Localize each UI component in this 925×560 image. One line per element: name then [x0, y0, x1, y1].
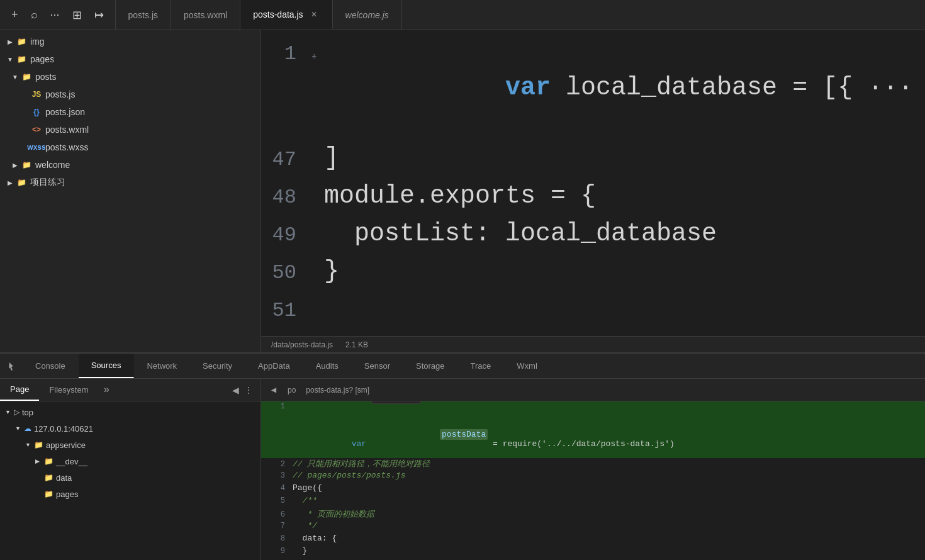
highlighted-var-postsdata: postsData	[440, 429, 488, 440]
file-path: /data/posts-data.js	[271, 340, 333, 349]
tab-network-label: Network	[147, 361, 177, 371]
src-tab-page-label: Page	[10, 384, 29, 394]
tree-label-posts: posts	[35, 72, 56, 82]
editor-status-bar: /data/posts-data.js 2.1 KB	[261, 336, 925, 352]
devtools-cursor-icon[interactable]	[3, 356, 23, 376]
src-code-line-3: 3 // pages/posts/posts.js	[261, 471, 925, 483]
tree-item-img[interactable]: ▶ 📁 img	[0, 33, 261, 50]
src-code-line-6: 6 * 页面的初始数据	[261, 508, 925, 521]
sources-panel-content: Page Filesystem » ◀ ⋮ ▼ ▷ top	[0, 379, 925, 560]
tree-item-posts-js[interactable]: JS posts.js	[0, 86, 261, 103]
line-expand-1[interactable]: +	[311, 52, 324, 62]
tree-label-posts-json: posts.json	[45, 107, 85, 117]
src-code-line-9: 9 }	[261, 546, 925, 559]
tree-item-posts[interactable]: ▼ 📁 posts	[0, 68, 261, 86]
line-expand-47	[311, 157, 324, 167]
src-code-line-2: 2 // 只能用相对路径，不能用绝对路径	[261, 458, 925, 471]
breadcrumb-label-posts-data: posts-data.js? [sm]	[306, 386, 369, 395]
src-tree-top[interactable]: ▼ ▷ top	[0, 404, 261, 420]
src-line-code-3: // pages/posts/posts.js	[293, 471, 405, 480]
src-nav-prev[interactable]: ◀	[230, 383, 242, 398]
tree-spacer-posts-json	[20, 107, 30, 117]
line-number-51: 51	[261, 299, 311, 322]
collapse-button[interactable]: ↦	[91, 6, 108, 25]
tab-posts-js[interactable]: posts.js	[116, 0, 171, 30]
sources-tree: ▼ ▷ top ▼ ☁ 127.0.0.1:40621 ▼ 📁 appservi…	[0, 401, 261, 505]
breadcrumb-posts-js[interactable]: po	[284, 384, 300, 396]
wxss-icon-posts-wxss: wxss	[30, 142, 43, 152]
tree-item-posts-wxss[interactable]: wxss posts.wxss	[0, 138, 261, 156]
src-tree-appservice[interactable]: ▼ 📁 appservice	[0, 437, 261, 453]
line-code-49: postList: local_database	[324, 216, 717, 252]
tab-sources[interactable]: Sources	[79, 354, 135, 378]
bottom-tabs: Console Sources Network Security AppData…	[0, 354, 925, 379]
src-tab-more[interactable]: »	[99, 379, 115, 401]
more-actions-button[interactable]: ···	[47, 6, 64, 24]
src-tree-pages[interactable]: 📁 pages	[0, 486, 261, 502]
src-tab-page[interactable]: Page	[0, 379, 39, 401]
src-spacer-pages	[35, 491, 44, 497]
folder-icon-welcome: 📁	[20, 160, 33, 170]
tree-item-posts-json[interactable]: {} posts.json	[0, 103, 261, 121]
src-tree-data[interactable]: 📁 data	[0, 469, 261, 486]
breadcrumb-posts-data[interactable]: posts-data.js? [sm]	[302, 384, 373, 396]
keyword-var-1: var	[505, 74, 551, 102]
tab-posts-wxml[interactable]: posts.wxml	[171, 0, 240, 30]
code-line-47: 47 ]	[261, 141, 925, 179]
code-content: 1 + var local_database = [{ ··· 47 ] 48	[261, 30, 925, 335]
src-tree-dev[interactable]: ▶ 📁 __dev__	[0, 453, 261, 469]
tooltip-box: undefined	[371, 401, 421, 404]
tab-welcome-js[interactable]: welcome.js	[333, 0, 402, 30]
wxml-icon-posts-wxml: <>	[30, 125, 43, 135]
tab-sources-label: Sources	[91, 361, 121, 370]
src-spacer-data	[35, 474, 44, 481]
src-label-host: 127.0.0.1:40621	[34, 424, 93, 434]
tab-sensor[interactable]: Sensor	[352, 354, 403, 378]
src-tab-filesystem[interactable]: Filesystem	[39, 379, 98, 401]
tab-security[interactable]: Security	[190, 354, 245, 378]
tree-item-welcome[interactable]: ▶ 📁 welcome	[0, 156, 261, 174]
tree-arrow-img: ▶	[5, 36, 15, 47]
src-line-code-2: // 只能用相对路径，不能用绝对路径	[293, 458, 430, 469]
main-area: ▶ 📁 img ▼ 📁 pages ▼ 📁 posts JS posts.js	[0, 30, 925, 352]
src-code-content[interactable]: 1 var undefined postsData = require('../…	[261, 401, 925, 560]
tree-item-posts-wxml[interactable]: <> posts.wxml	[0, 121, 261, 138]
tab-posts-data-js[interactable]: posts-data.js ✕	[240, 0, 332, 30]
tree-arrow-welcome: ▶	[10, 160, 20, 170]
editor-actions: + ⌕ ··· ⊞ ↦	[0, 0, 116, 30]
tab-console[interactable]: Console	[23, 354, 79, 378]
src-line-code-1: var undefined postsData = require('../..…	[293, 401, 675, 458]
tab-console-label: Console	[35, 361, 65, 371]
code-line-49: 49 postList: local_database	[261, 216, 925, 254]
line-expand-50	[311, 271, 324, 281]
tab-appdata[interactable]: AppData	[245, 354, 303, 378]
folder-icon-pages: 📁	[15, 54, 28, 64]
tree-label-img: img	[30, 36, 45, 47]
tab-close-button[interactable]: ✕	[308, 9, 320, 20]
file-explorer-sidebar: ▶ 📁 img ▼ 📁 pages ▼ 📁 posts JS posts.js	[0, 30, 261, 352]
line-code-48: module.exports = {	[324, 179, 596, 214]
tab-storage[interactable]: Storage	[403, 354, 458, 378]
tree-item-project[interactable]: ▶ 📁 项目练习	[0, 174, 261, 191]
tab-network[interactable]: Network	[134, 354, 190, 378]
split-editor-button[interactable]: ⊞	[69, 6, 86, 25]
tab-trace[interactable]: Trace	[458, 354, 505, 378]
tab-audits[interactable]: Audits	[303, 354, 352, 378]
line-number-48: 48	[261, 186, 311, 209]
src-more-menu[interactable]: ⋮	[242, 383, 255, 398]
code-line-51: 51	[261, 292, 925, 330]
src-line-code-7: */	[293, 521, 317, 530]
tab-audits-label: Audits	[316, 361, 339, 371]
code-view[interactable]: 1 + var local_database = [{ ··· 47 ] 48	[261, 30, 925, 336]
breadcrumb-nav-prev[interactable]: ◀	[266, 383, 281, 398]
src-arrow-appservice: ▼	[25, 442, 34, 448]
src-folder-icon-pages: 📁	[44, 490, 53, 498]
tree-item-pages[interactable]: ▼ 📁 pages	[0, 50, 261, 68]
src-tree-host[interactable]: ▼ ☁ 127.0.0.1:40621	[0, 420, 261, 437]
line-expand-49	[311, 233, 324, 243]
search-button[interactable]: ⌕	[27, 6, 42, 24]
code-line-50: 50 }	[261, 254, 925, 292]
tab-wxml[interactable]: Wxml	[504, 354, 551, 378]
src-line-num-6: 6	[266, 510, 285, 519]
new-file-button[interactable]: +	[8, 6, 22, 24]
